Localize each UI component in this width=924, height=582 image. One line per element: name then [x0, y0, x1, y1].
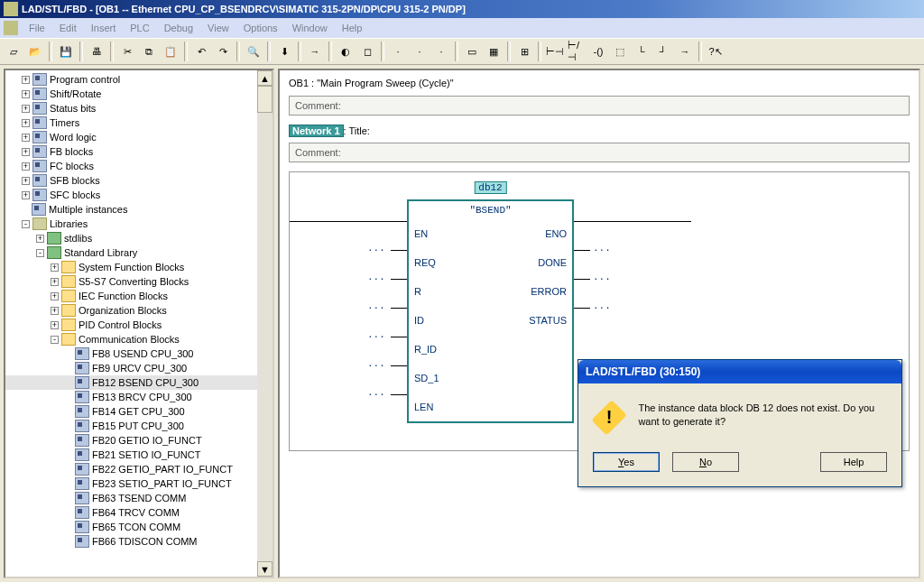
tree-item[interactable]: -Libraries	[5, 217, 273, 231]
toolbar-print-button[interactable]: 🖶	[87, 42, 106, 61]
help-button[interactable]: Help	[820, 452, 887, 472]
tree-item[interactable]: +S5-S7 Converting Blocks	[5, 274, 273, 289]
tree-item[interactable]: +System Function Blocks	[5, 260, 273, 274]
fbd-port-left[interactable]: ID	[409, 315, 424, 326]
toolbar-coil-button[interactable]: -()	[588, 42, 608, 61]
toolbar-not-used-button[interactable]: ·	[431, 42, 451, 61]
tree-item[interactable]: +Status bits	[5, 101, 273, 115]
unassigned-input-dots[interactable]: ...	[367, 358, 385, 369]
network-label[interactable]: Network 1	[289, 125, 344, 137]
fbd-port-right[interactable]: STATUS	[529, 315, 572, 326]
tree-item[interactable]: FB22 GETIO_PART IO_FUNCT	[5, 462, 273, 476]
toolbar-ladder-view-button[interactable]: ⊞	[514, 42, 534, 61]
collapse-icon[interactable]: -	[36, 249, 44, 257]
toolbar-download-button[interactable]: ⬇	[274, 42, 294, 61]
menu-options[interactable]: Options	[236, 21, 285, 35]
expand-icon[interactable]: +	[22, 105, 30, 113]
tree-item[interactable]: FB65 TCON COMM	[5, 520, 273, 534]
tree-item[interactable]: FB21 SETIO IO_FUNCT	[5, 448, 273, 462]
tree-item[interactable]: FB8 USEND CPU_300	[5, 346, 273, 361]
tree-item[interactable]: +Program control	[5, 72, 273, 87]
tree-item[interactable]: FB20 GETIO IO_FUNCT	[5, 433, 273, 448]
tree-item[interactable]: +SFC blocks	[5, 188, 273, 202]
toolbar-unused-button[interactable]: ◻	[357, 42, 377, 61]
tree-item[interactable]: FB9 URCV CPU_300	[5, 361, 273, 375]
menu-help[interactable]: Help	[335, 21, 370, 35]
library-tree[interactable]: +Program control+Shift/Rotate+Status bit…	[4, 69, 274, 578]
network-title[interactable]: : Title:	[344, 125, 370, 136]
fbd-port-left[interactable]: REQ	[409, 257, 436, 268]
fbd-block-bsend[interactable]: db12 "BSEND" ENENOREQDONERERRORIDSTATUSR…	[407, 199, 574, 423]
unassigned-output-dots[interactable]: ...	[593, 243, 611, 254]
tree-item[interactable]: FB23 SETIO_PART IO_FUNCT	[5, 476, 273, 491]
toolbar-copy-button[interactable]: ⧉	[139, 42, 159, 61]
tree-item[interactable]: +SFB blocks	[5, 173, 273, 188]
unassigned-output-dots[interactable]: ...	[593, 300, 611, 311]
expand-icon[interactable]: +	[22, 148, 30, 156]
tree-item[interactable]: +Timers	[5, 115, 273, 130]
toolbar-branch-close-button[interactable]: ┘	[653, 42, 673, 61]
tree-item[interactable]: +PID Control Blocks	[5, 318, 273, 332]
network-comment-box[interactable]: Comment:	[289, 143, 910, 162]
tree-item[interactable]: Multiple instances	[5, 202, 273, 217]
toolbar-help-pointer-button[interactable]: ?↖	[706, 42, 725, 61]
toolbar-box-button[interactable]: ⬚	[610, 42, 630, 61]
toolbar-view-overview-button[interactable]: ▭	[462, 42, 482, 61]
unassigned-input-dots[interactable]: ...	[367, 243, 385, 254]
toolbar-open-button[interactable]: 📂	[25, 42, 45, 61]
menu-debug[interactable]: Debug	[157, 21, 200, 35]
fbd-port-left[interactable]: LEN	[409, 402, 433, 412]
tree-item[interactable]: +IEC Function Blocks	[5, 289, 273, 303]
expand-icon[interactable]: +	[22, 191, 30, 199]
tree-item[interactable]: -Standard Library	[5, 245, 273, 260]
toolbar-not-used-button[interactable]: ·	[388, 42, 408, 61]
expand-icon[interactable]: +	[36, 235, 44, 243]
tree-item[interactable]: +Organization Blocks	[5, 303, 273, 318]
expand-icon[interactable]: +	[22, 162, 30, 171]
tree-item[interactable]: +stdlibs	[5, 231, 273, 245]
toolbar-connector-button[interactable]: →	[675, 42, 695, 61]
tree-item[interactable]: FB14 GET CPU_300	[5, 404, 273, 419]
tree-item[interactable]: FB12 BSEND CPU_300	[5, 375, 273, 390]
fbd-port-left[interactable]: R_ID	[409, 344, 437, 355]
no-button[interactable]: No	[672, 452, 739, 472]
toolbar-not-used-button[interactable]: ·	[410, 42, 430, 61]
tree-item[interactable]: FB66 TDISCON COMM	[5, 534, 273, 549]
toolbar-contact-nc-button[interactable]: ⊢/⊣	[567, 42, 587, 61]
unassigned-input-dots[interactable]: ...	[367, 272, 385, 282]
menu-plc[interactable]: PLC	[123, 21, 156, 35]
expand-icon[interactable]: +	[51, 263, 59, 272]
toolbar-new-button[interactable]: ▱	[4, 42, 23, 61]
fbd-port-right[interactable]: DONE	[538, 257, 572, 268]
toolbar-view-detail-button[interactable]: ▦	[484, 42, 504, 61]
tree-item[interactable]: +FC blocks	[5, 159, 273, 173]
menu-window[interactable]: Window	[285, 21, 335, 35]
unassigned-input-dots[interactable]: ...	[367, 387, 385, 398]
tree-scrollbar[interactable]: ▲ ▼	[257, 70, 273, 577]
toolbar-branch-open-button[interactable]: └	[632, 42, 651, 61]
tree-item[interactable]: -Communication Blocks	[5, 332, 273, 346]
menu-insert[interactable]: Insert	[84, 21, 124, 35]
scroll-down-arrow[interactable]: ▼	[257, 561, 273, 577]
tree-item[interactable]: FB64 TRCV COMM	[5, 505, 273, 520]
ob-comment-box[interactable]: Comment:	[289, 96, 910, 115]
scroll-thumb[interactable]	[257, 86, 273, 113]
menu-view[interactable]: View	[200, 21, 236, 35]
tree-item[interactable]: FB63 TSEND COMM	[5, 491, 273, 505]
expand-icon[interactable]: +	[22, 177, 30, 185]
toolbar-cut-button[interactable]: ✂	[117, 42, 137, 61]
fbd-port-left[interactable]: R	[409, 286, 421, 297]
tree-item[interactable]: +Shift/Rotate	[5, 87, 273, 101]
collapse-icon[interactable]: -	[51, 336, 59, 344]
instance-db-field[interactable]: db12	[474, 181, 506, 194]
toolbar-find-button[interactable]: 🔍	[244, 42, 263, 61]
toolbar-undo-button[interactable]: ↶	[191, 42, 211, 61]
collapse-icon[interactable]: -	[22, 220, 30, 228]
menu-edit[interactable]: Edit	[52, 21, 84, 35]
program-editor[interactable]: OB1 : "Main Program Sweep (Cycle)" Comme…	[278, 69, 920, 578]
expand-icon[interactable]: +	[22, 134, 30, 142]
scroll-up-arrow[interactable]: ▲	[257, 70, 273, 86]
toolbar-contact-no-button[interactable]: ⊢⊣	[545, 42, 565, 61]
fbd-port-left[interactable]: EN	[409, 228, 428, 239]
expand-icon[interactable]: +	[51, 292, 59, 300]
